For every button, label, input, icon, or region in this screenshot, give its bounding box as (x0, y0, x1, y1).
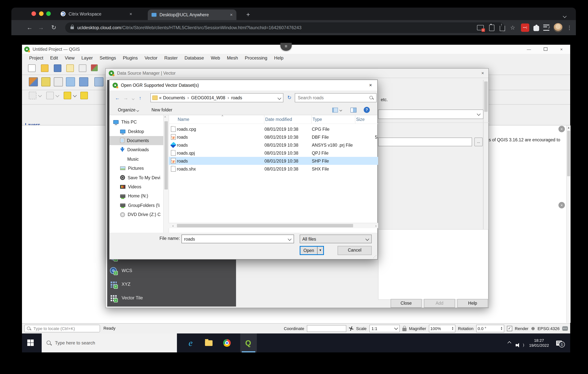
tab-citrix-workspace[interactable]: Citrix Workspace × (61, 8, 132, 20)
organize-button[interactable]: Organize (118, 108, 139, 112)
new-geopackage-layer-icon[interactable] (41, 77, 50, 86)
taskbar-chrome-icon[interactable] (220, 337, 234, 349)
select-features-icon[interactable] (29, 92, 36, 99)
dsm-help-button[interactable]: Help (457, 299, 488, 308)
resize-grip[interactable]: ⋰ (373, 255, 377, 258)
preview-pane-icon[interactable] (350, 107, 357, 112)
view-mode-dropdown-icon[interactable] (339, 108, 342, 111)
qgis-menu-item[interactable]: Database (181, 55, 207, 60)
notification-center-icon[interactable]: 1 (556, 341, 562, 345)
file-dialog-close-button[interactable]: × (367, 82, 374, 89)
identify-dropdown-icon[interactable] (55, 93, 59, 97)
bookmark-star-icon[interactable]: ☆ (510, 24, 515, 31)
places-item[interactable]: Pictures (109, 164, 163, 173)
dsm-dataset-path-input[interactable] (378, 138, 472, 146)
scale-combo[interactable]: 1:1 (369, 325, 399, 332)
select-dropdown-icon[interactable] (38, 93, 42, 97)
dsm-source-type-item[interactable]: XYZ (107, 277, 236, 291)
dsm-close-button-bottom[interactable]: Close (391, 299, 422, 308)
places-item[interactable]: DVD Drive (Z:) C (109, 210, 163, 219)
qgis-menu-item[interactable]: Plugins (119, 55, 141, 60)
mac-zoom-button[interactable] (46, 11, 51, 16)
new-mesh-layer-icon[interactable] (94, 77, 104, 86)
rotation-spinner[interactable]: 0.0 °▲▼ (476, 325, 504, 332)
refresh-icon[interactable]: ↻ (285, 93, 294, 102)
qgis-menu-item[interactable]: Edit (47, 55, 61, 60)
qgis-menu-item[interactable]: Project (26, 55, 47, 60)
new-spatialite-layer-icon[interactable] (66, 77, 75, 86)
qgis-menu-item[interactable]: Mesh (223, 55, 242, 60)
browser-menu-icon[interactable]: ⋮ (567, 25, 572, 31)
scroll-up-icon[interactable]: ▲ (567, 125, 571, 130)
locate-input[interactable]: Type to locate (Ctrl+K) (24, 325, 100, 332)
lastpass-extension-icon[interactable]: •••| (521, 23, 529, 32)
taskbar-search-input[interactable]: Type here to search (42, 333, 177, 353)
save-project-icon[interactable] (54, 64, 61, 72)
new-tab-button[interactable]: + (244, 11, 252, 19)
extensions-puzzle-icon[interactable] (534, 26, 539, 31)
layout-manager-icon[interactable] (79, 64, 86, 72)
crs-indicator[interactable]: EPSG:4326 (538, 326, 560, 331)
news-dismiss-icon[interactable]: × (558, 202, 565, 208)
file-row[interactable]: roads.qpj 08/01/2019 10:38 QPJ File (168, 149, 378, 157)
tab-search-chevron-icon[interactable] (563, 12, 566, 19)
taskbar-qgis-icon[interactable]: Q (241, 337, 255, 349)
qgis-minimize-button[interactable]: — (523, 46, 535, 53)
reload-button[interactable]: ↻ (49, 23, 58, 32)
qgis-menu-item[interactable]: Raster (161, 55, 181, 60)
mac-minimize-button[interactable] (39, 11, 43, 16)
style-manager-icon[interactable] (91, 64, 98, 71)
new-folder-button[interactable]: New folder (152, 108, 172, 112)
column-date-modified[interactable]: Date modified (264, 115, 312, 124)
file-type-combo[interactable]: All files (300, 235, 372, 243)
profile-avatar[interactable] (554, 23, 563, 32)
breadcrumb-dropdown-icon[interactable] (278, 96, 281, 100)
cancel-button[interactable]: Cancel (337, 246, 372, 255)
nav-up-button[interactable]: ↑ (136, 95, 144, 101)
breadcrumb-part[interactable]: Documents (163, 96, 191, 100)
identify-features-icon[interactable] (46, 92, 54, 99)
qgis-menu-item[interactable]: Processing (241, 55, 271, 60)
open-dropdown-icon[interactable]: ▼ (317, 247, 323, 254)
qgis-menu-item[interactable]: Settings (96, 55, 120, 60)
open-button[interactable]: Open ▼ (300, 246, 324, 255)
column-size[interactable]: Size (355, 115, 378, 124)
file-row[interactable]: roads.shx 08/01/2019 10:38 SHX File (168, 165, 378, 173)
search-input[interactable]: Search roads (295, 93, 377, 102)
places-item[interactable]: Music (109, 154, 163, 164)
news-scrollbar[interactable]: ▲ (567, 125, 571, 323)
places-item[interactable]: This PC (109, 118, 163, 127)
qgis-close-button[interactable]: × (556, 46, 567, 53)
file-name-input[interactable]: roads (181, 235, 294, 243)
taskbar-ie-icon[interactable]: e (183, 337, 198, 349)
nav-back-button[interactable]: ← (113, 95, 122, 101)
breadcrumb-part[interactable]: roads (231, 96, 242, 100)
dsm-encoding-combo[interactable] (378, 109, 483, 119)
dsm-source-type-item[interactable]: WCS (107, 264, 236, 277)
column-type[interactable]: Type (312, 115, 355, 124)
deselect-dropdown-icon[interactable] (73, 93, 77, 97)
mac-close-button[interactable] (32, 11, 36, 16)
places-item[interactable]: Videos (109, 182, 163, 191)
file-row[interactable]: roads 08/01/2019 10:38 ANSYS v180 .prj F… (168, 141, 378, 149)
dsm-source-type-item[interactable]: Vector Tile (107, 291, 236, 305)
deselect-layers-icon[interactable] (64, 92, 71, 99)
address-bar[interactable]: ucldesktop.cloud.com/Citrix/StoreWeb/cli… (65, 22, 505, 33)
messages-icon[interactable]: ••• (562, 326, 568, 331)
data-source-manager-icon[interactable] (29, 77, 38, 86)
extents-icon[interactable] (349, 326, 354, 331)
back-button[interactable]: ← (25, 23, 34, 32)
taskbar-explorer-icon[interactable] (201, 337, 216, 349)
dsm-add-button[interactable]: Add (424, 299, 455, 308)
places-item[interactable]: Documents (109, 136, 163, 145)
places-item[interactable]: Desktop (109, 127, 163, 136)
nav-forward-button[interactable]: → (122, 95, 130, 101)
breadcrumb[interactable]: « DocumentsGEOG0014_W08roads (150, 93, 284, 102)
new-project-icon[interactable] (28, 64, 36, 72)
coordinate-input[interactable] (307, 325, 346, 332)
forward-button[interactable]: → (36, 23, 45, 32)
tab-close-icon[interactable]: × (129, 11, 132, 16)
help-icon[interactable]: ? (364, 107, 370, 113)
lock-scale-icon[interactable] (402, 328, 406, 331)
breadcrumb-part[interactable]: GEOG0014_W08 (191, 96, 231, 100)
